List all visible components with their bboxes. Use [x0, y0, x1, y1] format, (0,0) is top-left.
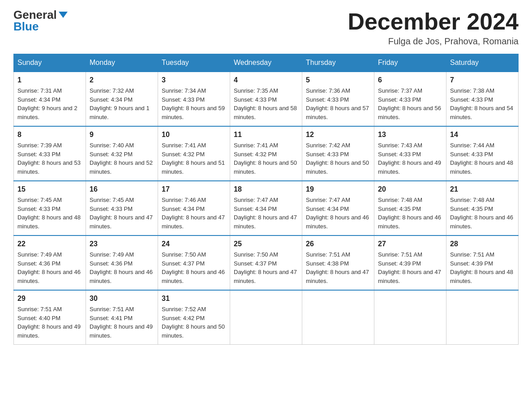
sunset-text: Sunset: 4:32 PM: [162, 151, 205, 158]
calendar-cell: 8Sunrise: 7:39 AMSunset: 4:33 PMDaylight…: [14, 126, 86, 181]
calendar-cell: 21Sunrise: 7:48 AMSunset: 4:35 PMDayligh…: [446, 181, 519, 235]
sunset-text: Sunset: 4:34 PM: [234, 206, 277, 212]
day-number: 12: [306, 129, 370, 140]
calendar-cell: 1Sunrise: 7:31 AMSunset: 4:34 PMDaylight…: [14, 72, 86, 126]
sunrise-text: Sunrise: 7:43 AM: [378, 142, 422, 149]
sunrise-text: Sunrise: 7:38 AM: [450, 87, 494, 94]
sunset-text: Sunset: 4:34 PM: [90, 96, 133, 103]
daylight-text: Daylight: 8 hours and 47 minutes.: [90, 214, 153, 230]
sunrise-text: Sunrise: 7:36 AM: [306, 87, 350, 94]
calendar-cell: 3Sunrise: 7:34 AMSunset: 4:33 PMDaylight…: [158, 72, 230, 126]
sunrise-text: Sunrise: 7:51 AM: [17, 306, 62, 313]
sunrise-text: Sunrise: 7:44 AM: [450, 142, 494, 149]
day-number: 29: [17, 293, 82, 304]
daylight-text: Daylight: 8 hours and 59 minutes.: [162, 105, 225, 120]
daylight-text: Daylight: 8 hours and 46 minutes.: [378, 214, 441, 230]
sunrise-text: Sunrise: 7:45 AM: [90, 197, 134, 203]
calendar-week-row: 29Sunrise: 7:51 AMSunset: 4:40 PMDayligh…: [14, 290, 519, 345]
day-number: 6: [378, 75, 442, 86]
sunset-text: Sunset: 4:38 PM: [306, 260, 349, 267]
day-number: 21: [450, 184, 515, 195]
month-title: December 2024: [348, 9, 519, 34]
sunset-text: Sunset: 4:37 PM: [162, 260, 205, 267]
calendar-cell: 22Sunrise: 7:49 AMSunset: 4:36 PMDayligh…: [14, 235, 86, 290]
page-header: General Blue December 2024 Fulga de Jos,…: [13, 9, 519, 47]
sunrise-text: Sunrise: 7:47 AM: [234, 197, 278, 203]
location-text: Fulga de Jos, Prahova, Romania: [348, 36, 519, 47]
daylight-text: Daylight: 8 hours and 49 minutes.: [90, 323, 153, 339]
calendar-cell: 20Sunrise: 7:48 AMSunset: 4:35 PMDayligh…: [374, 181, 446, 235]
sunset-text: Sunset: 4:33 PM: [450, 151, 493, 158]
calendar-cell: [302, 290, 374, 345]
sunset-text: Sunset: 4:39 PM: [378, 260, 421, 267]
sunset-text: Sunset: 4:35 PM: [450, 206, 493, 212]
calendar-cell: 19Sunrise: 7:47 AMSunset: 4:34 PMDayligh…: [302, 181, 374, 235]
sunrise-text: Sunrise: 7:41 AM: [162, 142, 206, 149]
calendar-cell: 10Sunrise: 7:41 AMSunset: 4:32 PMDayligh…: [158, 126, 230, 181]
daylight-text: Daylight: 8 hours and 56 minutes.: [378, 105, 441, 120]
daylight-text: Daylight: 8 hours and 47 minutes.: [306, 269, 369, 284]
sunset-text: Sunset: 4:33 PM: [378, 151, 421, 158]
sunset-text: Sunset: 4:33 PM: [162, 96, 205, 103]
day-number: 8: [17, 129, 82, 140]
day-number: 15: [17, 184, 82, 195]
sunrise-text: Sunrise: 7:46 AM: [162, 197, 206, 203]
day-number: 13: [378, 129, 442, 140]
daylight-text: Daylight: 8 hours and 48 minutes.: [450, 159, 513, 175]
sunset-text: Sunset: 4:32 PM: [234, 151, 277, 158]
calendar-cell: 30Sunrise: 7:51 AMSunset: 4:41 PMDayligh…: [86, 290, 158, 345]
sunset-text: Sunset: 4:33 PM: [306, 151, 349, 158]
day-number: 25: [234, 239, 298, 249]
day-number: 27: [378, 239, 442, 249]
sunrise-text: Sunrise: 7:51 AM: [306, 251, 350, 258]
sunset-text: Sunset: 4:34 PM: [17, 96, 60, 103]
daylight-text: Daylight: 8 hours and 51 minutes.: [162, 159, 225, 175]
logo: General Blue: [13, 9, 68, 32]
daylight-text: Daylight: 8 hours and 47 minutes.: [378, 269, 441, 284]
day-number: 2: [90, 75, 154, 86]
day-number: 10: [162, 129, 226, 140]
daylight-text: Daylight: 8 hours and 46 minutes.: [90, 269, 153, 284]
sunset-text: Sunset: 4:36 PM: [90, 260, 133, 267]
calendar-cell: 7Sunrise: 7:38 AMSunset: 4:33 PMDaylight…: [446, 72, 519, 126]
calendar-cell: 13Sunrise: 7:43 AMSunset: 4:33 PMDayligh…: [374, 126, 446, 181]
daylight-text: Daylight: 8 hours and 52 minutes.: [90, 159, 153, 175]
calendar-cell: 6Sunrise: 7:37 AMSunset: 4:33 PMDaylight…: [374, 72, 446, 126]
day-number: 4: [234, 75, 298, 86]
sunset-text: Sunset: 4:33 PM: [234, 96, 277, 103]
calendar-cell: 23Sunrise: 7:49 AMSunset: 4:36 PMDayligh…: [86, 235, 158, 290]
logo-general-text: General: [13, 9, 57, 21]
sunset-text: Sunset: 4:34 PM: [162, 206, 205, 212]
sunset-text: Sunset: 4:41 PM: [90, 315, 133, 321]
calendar-cell: 29Sunrise: 7:51 AMSunset: 4:40 PMDayligh…: [14, 290, 86, 345]
calendar-week-row: 1Sunrise: 7:31 AMSunset: 4:34 PMDaylight…: [14, 72, 519, 126]
calendar-cell: 14Sunrise: 7:44 AMSunset: 4:33 PMDayligh…: [446, 126, 519, 181]
sunset-text: Sunset: 4:32 PM: [90, 151, 133, 158]
daylight-text: Daylight: 8 hours and 46 minutes.: [306, 214, 369, 230]
daylight-text: Daylight: 8 hours and 48 minutes.: [450, 269, 513, 284]
col-header-saturday: Saturday: [446, 54, 519, 72]
col-header-friday: Friday: [374, 54, 446, 72]
calendar-week-row: 15Sunrise: 7:45 AMSunset: 4:33 PMDayligh…: [14, 181, 519, 235]
sunset-text: Sunset: 4:42 PM: [162, 315, 205, 321]
sunrise-text: Sunrise: 7:50 AM: [162, 251, 206, 258]
calendar-cell: [374, 290, 446, 345]
calendar-week-row: 22Sunrise: 7:49 AMSunset: 4:36 PMDayligh…: [14, 235, 519, 290]
sunrise-text: Sunrise: 7:32 AM: [90, 87, 134, 94]
sunrise-text: Sunrise: 7:47 AM: [306, 197, 350, 203]
daylight-text: Daylight: 8 hours and 49 minutes.: [17, 323, 81, 339]
calendar-cell: 15Sunrise: 7:45 AMSunset: 4:33 PMDayligh…: [14, 181, 86, 235]
calendar-cell: [230, 290, 302, 345]
calendar-cell: 5Sunrise: 7:36 AMSunset: 4:33 PMDaylight…: [302, 72, 374, 126]
calendar-cell: 4Sunrise: 7:35 AMSunset: 4:33 PMDaylight…: [230, 72, 302, 126]
sunrise-text: Sunrise: 7:49 AM: [90, 251, 134, 258]
sunset-text: Sunset: 4:33 PM: [378, 96, 421, 103]
day-number: 7: [450, 75, 515, 86]
sunrise-text: Sunrise: 7:41 AM: [234, 142, 278, 149]
logo-triangle-icon: [59, 12, 68, 18]
sunset-text: Sunset: 4:33 PM: [90, 206, 133, 212]
daylight-text: Daylight: 8 hours and 47 minutes.: [234, 269, 297, 284]
daylight-text: Daylight: 8 hours and 46 minutes.: [162, 269, 225, 284]
daylight-text: Daylight: 8 hours and 50 minutes.: [234, 159, 297, 175]
daylight-text: Daylight: 9 hours and 1 minute.: [90, 105, 150, 120]
